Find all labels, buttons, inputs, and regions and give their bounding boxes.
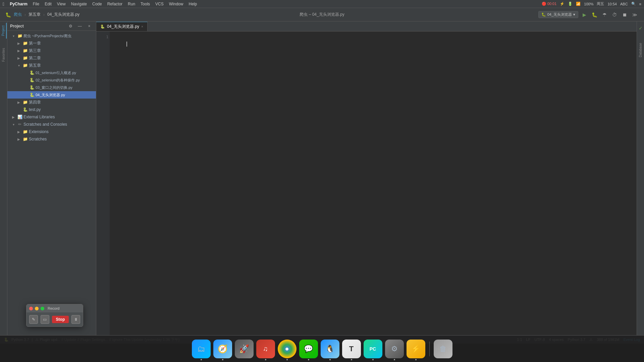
dock-qq[interactable]: 🐧 [321,340,339,358]
tree-file-04[interactable]: 🐍 04_无头浏览器.py [7,91,96,99]
collapse-icon-btn[interactable]: — [76,22,84,30]
tree-arrow-ch5: ▾ [16,64,21,67]
pencil-icon: ✎ [32,317,35,322]
tree-ch3-label: 第三章 [29,48,41,54]
menu-tools[interactable]: Tools [141,2,150,6]
right-strip-check[interactable]: ✓ [637,23,644,34]
debug-button[interactable]: 🐛 [590,11,598,19]
py-icon-test: 🐍 [22,107,28,112]
project-header-label: Project [10,24,24,28]
dock-lightning[interactable]: ⚡ [407,340,425,358]
qq-icon: 🐧 [325,345,334,353]
coverage-button[interactable]: ☂ [600,11,608,19]
tree-file-03[interactable]: 🐍 03_窗口之间的切换.py [7,84,96,91]
dock-settings[interactable]: ⚙ [385,340,404,358]
root-folder-icon: 📁 [17,34,23,38]
tree-file-02[interactable]: 🐍 02_selenium的各种操作.py [7,76,96,84]
tree-file-03-label: 03_窗口之间的切换.py [36,85,72,90]
tree-file-01[interactable]: 🐍 01_selenium引入概述.py [7,69,96,76]
code-editor[interactable] [110,32,637,335]
tree-scratches-root[interactable]: ▾ ✏ Scratches and Consoles [7,121,96,128]
py-icon-04: 🐍 [29,93,35,97]
menu-file[interactable]: File [33,2,39,6]
safari-icon: 🧭 [218,344,228,354]
menu-refactor[interactable]: Refactor [107,2,122,6]
tree-root[interactable]: ▾ 📁 爬虫 ~/PycharmProjects/爬虫 [7,32,96,40]
py-icon-02: 🐍 [29,78,35,82]
menu-code[interactable]: Code [92,2,102,6]
dock-chrome[interactable]: ● [278,340,297,358]
breadcrumb-file[interactable]: 04_无头浏览器.py [47,12,79,17]
right-strip-db[interactable]: Database [638,40,643,60]
editor-tab-main[interactable]: 🐍 04_无头浏览器.py × [96,22,148,31]
menu-vcs[interactable]: VCS [155,2,164,6]
tree-ch1[interactable]: ▶ 📁 第一章 [7,40,96,47]
finder-icon: 🗂 [197,344,205,354]
clock: 10:54 [607,2,617,6]
safari-dot [222,359,223,360]
run-button[interactable]: ▶ [580,11,588,19]
tree-extensions[interactable]: ▶ 📁 Extensions [7,128,96,135]
menu-help[interactable]: Help [189,2,197,6]
menu-run[interactable]: Run [128,2,135,6]
dock-netease[interactable]: ♫ [256,340,275,358]
weekday: 周五 [597,1,604,6]
dock-divider [429,342,430,356]
tree-arrow-ext: ▶ [16,130,21,134]
tree-ch4[interactable]: ▶ 📁 第四章 [7,99,96,106]
record-rect-btn[interactable]: ▭ [41,315,49,324]
search-icon[interactable]: 🔍 [631,2,636,6]
traffic-yellow[interactable] [35,307,39,310]
project-panel-header: Project ⚙ — × [7,21,96,31]
stop-button[interactable]: ⏹ [621,11,629,19]
menu-extra-icon[interactable]: ≡ [639,2,641,6]
record-titlebar[interactable]: Record [26,304,83,312]
dock: 🗂 🧭 🚀 ♫ ● 💬 🐧 T PC ⚙ ⚡ 🗑 [0,335,644,362]
profile-button[interactable]: ⏱ [610,11,619,19]
tree-ch5[interactable]: ▾ 📁 第五章 [7,62,96,69]
dock-wechat[interactable]: 💬 [299,340,318,358]
traffic-green[interactable] [41,307,44,310]
more-toolbar[interactable]: ≫ [631,11,639,19]
run-config-selector[interactable]: 🐛 04_无头浏览器 ▾ [538,11,578,18]
breadcrumb-sep-2: › [43,12,45,17]
menu-navigate[interactable]: Navigate [71,2,87,6]
tree-extlibs[interactable]: ▶ 📊 External Libraries [7,113,96,121]
editor-tabs: 🐍 04_无头浏览器.py × [96,21,637,32]
input-method: ABC [620,2,628,6]
dock-launchpad[interactable]: 🚀 [235,340,254,358]
dock-typora[interactable]: T [342,340,361,358]
right-strip: ✓ Database [637,21,644,335]
gear-icon-btn[interactable]: ⚙ [66,22,74,30]
sidebar-tab-project[interactable]: Project [0,23,7,39]
trash-icon: 🗑 [439,345,447,353]
tree-ch3[interactable]: ▶ 📁 第三章 [7,47,96,54]
tree-scratches-folder-label: Scratches [29,137,47,141]
app-name[interactable]: PyCharm [10,2,28,6]
dock-trash[interactable]: 🗑 [434,340,452,358]
battery-percent: 100% [584,2,593,6]
tree-scratches[interactable]: ▶ 📁 Scratches [7,135,96,143]
qq-dot [329,359,331,360]
menu-view[interactable]: View [57,2,66,6]
traffic-red[interactable] [29,307,33,310]
menu-edit[interactable]: Edit [45,2,52,6]
breadcrumb-ch5[interactable]: 第五章 [29,12,41,17]
menu-window[interactable]: Window [169,2,183,6]
record-pencil-btn[interactable]: ✎ [29,315,38,324]
breadcrumb-root[interactable]: 爬虫 [14,12,22,17]
dropdown-icon: ▾ [573,12,575,17]
dock-finder[interactable]: 🗂 [192,340,211,358]
record-window: Record ✎ ▭ Stop ⏸ [26,304,83,327]
dock-safari[interactable]: 🧭 [213,340,232,358]
record-pause-btn[interactable]: ⏸ [71,315,80,324]
sidebar-tab-favorites[interactable]: Favorites [1,45,6,64]
tree-test[interactable]: 🐍 test.py [7,106,96,113]
tab-close-btn[interactable]: × [141,25,143,28]
close-panel-btn[interactable]: × [85,22,93,30]
tree-ch2[interactable]: ▶ 📁 第二章 [7,54,96,62]
editor-content[interactable]: 1 [96,32,637,335]
stop-button[interactable]: Stop [52,316,69,323]
dock-pycharm[interactable]: PC [364,340,382,358]
ch5-folder-icon: 📁 [22,63,28,68]
